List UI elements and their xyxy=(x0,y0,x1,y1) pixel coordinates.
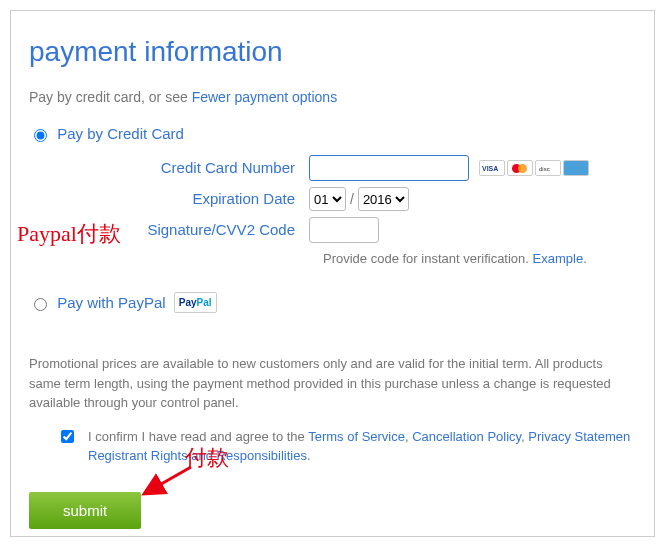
label-ccnum: Credit Card Number xyxy=(29,157,309,180)
submit-button[interactable]: submit xyxy=(29,492,141,529)
radio-paypal[interactable] xyxy=(34,298,47,311)
exp-month-select[interactable]: 01 xyxy=(309,187,346,211)
label-cvv: Signature/CVV2 Code xyxy=(29,219,309,242)
amex-icon xyxy=(563,160,589,176)
svg-line-0 xyxy=(149,467,191,491)
hint-prefix: Provide code for instant verification. xyxy=(323,251,533,266)
cvv-hint: Provide code for instant verification. E… xyxy=(323,249,636,269)
disclaimer-text: Promotional prices are available to new … xyxy=(29,354,636,413)
privacy-link[interactable]: Privacy Statemen xyxy=(528,429,630,444)
option-paypal-label: Pay with PayPal xyxy=(57,294,165,311)
mastercard-icon xyxy=(507,160,533,176)
option-cc-label: Pay by Credit Card xyxy=(57,125,184,142)
registrant-link[interactable]: Registrant Rights and Responsibilities xyxy=(88,448,307,463)
ccnum-input[interactable] xyxy=(309,155,469,181)
intro-prefix: Pay by credit card, or see xyxy=(29,89,192,105)
exp-year-select[interactable]: 2016 xyxy=(358,187,409,211)
tos-link[interactable]: Terms of Service xyxy=(308,429,405,444)
cvv-input[interactable] xyxy=(309,217,379,243)
page-title: payment information xyxy=(29,31,636,73)
discover-icon xyxy=(535,160,561,176)
confirm-checkbox[interactable] xyxy=(61,430,74,443)
option-paypal[interactable]: Pay with PayPal PayPal xyxy=(29,291,636,314)
card-icons xyxy=(479,160,589,176)
example-link[interactable]: Example xyxy=(533,251,584,266)
intro-text: Pay by credit card, or see Fewer payment… xyxy=(29,87,636,108)
option-credit-card[interactable]: Pay by Credit Card xyxy=(29,122,636,145)
confirm-row: I confirm I have read and agree to the T… xyxy=(57,427,636,466)
hint-suffix: . xyxy=(583,251,587,266)
visa-icon xyxy=(479,160,505,176)
confirm-prefix: I confirm I have read and agree to the xyxy=(88,429,308,444)
radio-credit-card[interactable] xyxy=(34,129,47,142)
confirm-text: I confirm I have read and agree to the T… xyxy=(88,427,630,466)
paypal-icon: PayPal xyxy=(174,292,217,313)
cancel-policy-link[interactable]: Cancellation Policy xyxy=(412,429,521,444)
fewer-options-link[interactable]: Fewer payment options xyxy=(192,89,338,105)
label-exp: Expiration Date xyxy=(29,188,309,211)
exp-separator: / xyxy=(350,189,354,210)
